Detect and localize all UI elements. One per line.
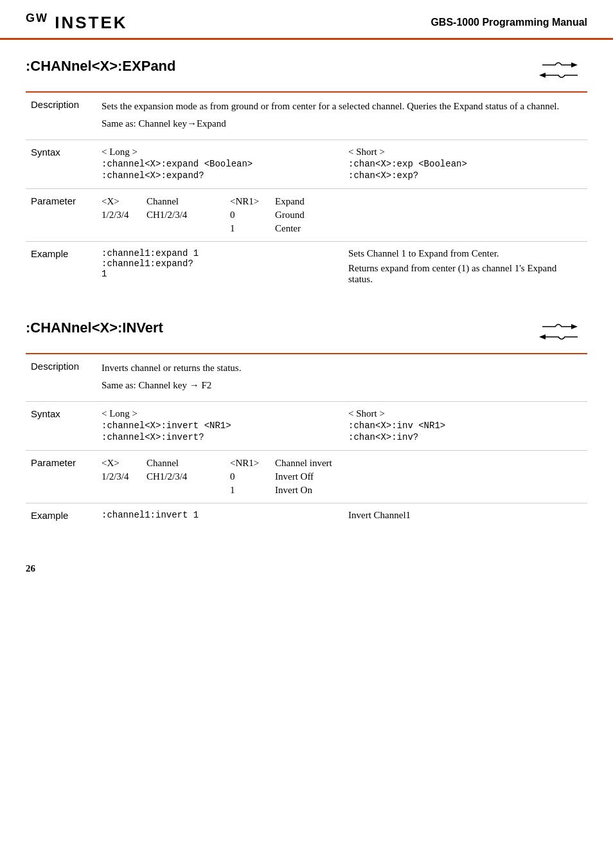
long-syntax-invert: < Long > :channel<X>:invert <NR1> :chann… (102, 408, 335, 444)
svg-marker-0 (571, 62, 578, 68)
short-line2-invert: :chan<X>:inv? (348, 432, 582, 442)
param-empty2-expand (147, 222, 224, 235)
example-right-expand: Sets Channel 1 to Expand from Center. Re… (348, 248, 582, 289)
waveform-icon-expand (536, 55, 587, 87)
param-1-expand: 1 (230, 222, 269, 235)
param-ch1234-expand: CH1/2/3/4 (147, 209, 224, 221)
example-code2-expand: :channel1:expand? (102, 258, 335, 269)
manual-title: GBS-1000 Programming Manual (431, 17, 587, 28)
long-header-expand: < Long > (102, 147, 335, 158)
short-line2-expand: :chan<X>:exp? (348, 170, 582, 181)
param-ground-expand: Ground (275, 209, 582, 221)
param-0-invert: 0 (230, 471, 269, 483)
param-channel-expand: Channel (147, 195, 224, 208)
param-1234-expand: 1/2/3/4 (102, 209, 140, 221)
desc-text1-invert: Inverts channel or returns the status. (102, 361, 582, 375)
content-description-expand: Sets the expansion mode as from ground o… (96, 93, 587, 140)
example-text1-expand: Sets Channel 1 to Expand from Center. (348, 248, 582, 259)
param-x-invert: <X> (102, 457, 140, 469)
long-line2-expand: :channel<X>:expand? (102, 170, 335, 181)
label-syntax-invert: Syntax (26, 402, 96, 451)
param-center-expand: Center (275, 222, 582, 235)
section-invert: :CHANnel<X>:INVert Description Inverts c… (26, 314, 587, 531)
short-header-expand: < Short > (348, 147, 582, 158)
example-text2-expand: Returns expand from center (1) as channe… (348, 263, 582, 285)
example-code3-expand: 1 (102, 269, 335, 279)
example-text1-invert: Invert Channel1 (348, 510, 582, 521)
param-nr1-invert: <NR1> (230, 457, 269, 469)
param-channel-invert: Channel (147, 457, 224, 469)
cmd-title-row-invert: :CHANnel<X>:INVert (26, 314, 587, 354)
row-syntax-invert: Syntax < Long > :channel<X>:invert <NR1>… (26, 402, 587, 451)
same-as-expand: Same as: Channel key→Expand (102, 116, 582, 131)
param-1234-invert: 1/2/3/4 (102, 471, 140, 483)
cmd-title-invert: :CHANnel<X>:INVert (26, 314, 163, 336)
label-example-expand: Example (26, 242, 96, 296)
example-right-invert: Invert Channel1 (348, 510, 582, 525)
row-parameter-expand: Parameter <X> Channel <NR1> Expand 1/2/3… (26, 189, 587, 242)
same-as-invert: Same as: Channel key → F2 (102, 378, 582, 393)
param-invertoff-val: Invert Off (275, 471, 582, 483)
content-syntax-invert: < Long > :channel<X>:invert <NR1> :chann… (96, 402, 587, 451)
param-ch1234-invert: CH1/2/3/4 (147, 471, 224, 483)
param-expand-val: Expand (275, 195, 582, 208)
svg-marker-3 (539, 334, 546, 339)
long-syntax-expand: < Long > :channel<X>:expand <Boolean> :c… (102, 147, 335, 182)
waveform-icon-invert (536, 317, 587, 349)
long-line2-invert: :channel<X>:invert? (102, 432, 335, 442)
content-example-invert: :channel1:invert 1 Invert Channel1 (96, 503, 587, 532)
param-channelinvert-val: Channel invert (275, 457, 582, 469)
invert-table: Description Inverts channel or returns t… (26, 354, 587, 531)
expand-table: Description Sets the expansion mode as f… (26, 93, 587, 295)
label-parameter-expand: Parameter (26, 189, 96, 242)
page-header: GW INSTEK GBS-1000 Programming Manual (0, 0, 613, 40)
content-description-invert: Inverts channel or returns the status. S… (96, 354, 587, 402)
param-empty2-invert (147, 484, 224, 496)
short-line1-invert: :chan<X>:inv <NR1> (348, 420, 582, 431)
example-left-invert: :channel1:invert 1 (102, 510, 335, 525)
row-syntax-expand: Syntax < Long > :channel<X>:expand <Bool… (26, 140, 587, 189)
svg-marker-1 (539, 73, 546, 78)
cmd-title-expand: :CHANnel<X>:EXPand (26, 53, 176, 75)
row-example-expand: Example :channel1:expand 1 :channel1:exp… (26, 242, 587, 296)
long-line1-invert: :channel<X>:invert <NR1> (102, 420, 335, 431)
short-syntax-expand: < Short > :chan<X>:exp <Boolean> :chan<X… (348, 147, 582, 182)
content-parameter-invert: <X> Channel <NR1> Channel invert 1/2/3/4… (96, 451, 587, 503)
content-parameter-expand: <X> Channel <NR1> Expand 1/2/3/4 CH1/2/3… (96, 189, 587, 242)
long-line1-expand: :channel<X>:expand <Boolean> (102, 159, 335, 169)
long-header-invert: < Long > (102, 408, 335, 419)
label-description-expand: Description (26, 93, 96, 140)
label-parameter-invert: Parameter (26, 451, 96, 503)
label-example-invert: Example (26, 503, 96, 532)
param-inverton-val: Invert On (275, 484, 582, 496)
main-content: :CHANnel<X>:EXPand Description (0, 40, 613, 563)
content-syntax-expand: < Long > :channel<X>:expand <Boolean> :c… (96, 140, 587, 189)
content-example-expand: :channel1:expand 1 :channel1:expand? 1 S… (96, 242, 587, 296)
param-0-expand: 0 (230, 209, 269, 221)
example-code1-invert: :channel1:invert 1 (102, 510, 335, 520)
short-header-invert: < Short > (348, 408, 582, 419)
param-empty1-expand (102, 222, 140, 235)
page-number: 26 (0, 563, 613, 584)
row-description-expand: Description Sets the expansion mode as f… (26, 93, 587, 140)
row-example-invert: Example :channel1:invert 1 Invert Channe… (26, 503, 587, 532)
param-x-expand: <X> (102, 195, 140, 208)
label-syntax-expand: Syntax (26, 140, 96, 189)
svg-marker-2 (571, 324, 578, 329)
cmd-title-row-expand: :CHANnel<X>:EXPand (26, 53, 587, 93)
example-code1-expand: :channel1:expand 1 (102, 248, 335, 258)
label-description-invert: Description (26, 354, 96, 402)
param-empty1-invert (102, 484, 140, 496)
section-expand: :CHANnel<X>:EXPand Description (26, 53, 587, 295)
short-line1-expand: :chan<X>:exp <Boolean> (348, 159, 582, 169)
example-left-expand: :channel1:expand 1 :channel1:expand? 1 (102, 248, 335, 289)
param-nr1-expand: <NR1> (230, 195, 269, 208)
param-1-invert: 1 (230, 484, 269, 496)
row-parameter-invert: Parameter <X> Channel <NR1> Channel inve… (26, 451, 587, 503)
company-logo: GW INSTEK (26, 12, 128, 33)
short-syntax-invert: < Short > :chan<X>:inv <NR1> :chan<X>:in… (348, 408, 582, 444)
row-description-invert: Description Inverts channel or returns t… (26, 354, 587, 402)
